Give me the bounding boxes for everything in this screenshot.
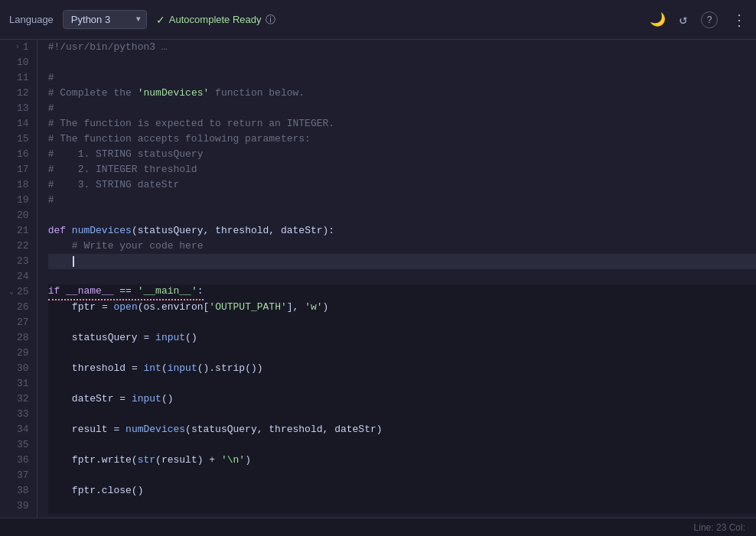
code-line-24 <box>48 269 756 284</box>
code-line-23[interactable] <box>48 254 756 269</box>
code-line-36: fptr.write(str(result) + '\n') <box>48 453 756 468</box>
line-num-14: 14 <box>9 116 29 132</box>
code-line-10 <box>48 55 756 70</box>
code-line-27 <box>48 315 756 330</box>
code-area: › 1 10 11 12 13 14 15 16 17 18 19 20 21 … <box>0 40 756 518</box>
line-numbers: › 1 10 11 12 13 14 15 16 17 18 19 20 21 … <box>0 40 37 518</box>
line-num-35: 35 <box>9 437 29 453</box>
code-line-31 <box>48 376 756 391</box>
code-line-32: dateStr = input() <box>48 391 756 407</box>
line-num-36: 36 <box>9 453 29 468</box>
code-line-12: # Complete the 'numDevices' function bel… <box>48 86 756 101</box>
code-line-21: def numDevices(statusQuery, threshold, d… <box>48 223 756 239</box>
check-icon: ✓ <box>156 14 165 26</box>
code-line-35 <box>48 437 756 453</box>
status-bar: Line: 23 Col: <box>0 518 756 536</box>
line-num-17: 17 <box>9 162 29 177</box>
line-num-13: 13 <box>9 101 29 116</box>
code-line-11: # <box>48 70 756 86</box>
code-line-38: fptr.close() <box>48 483 756 499</box>
code-line-25: if __name__ == '__main__': <box>48 284 756 300</box>
line-num-38: 38 <box>9 483 29 499</box>
line-num-11: 11 <box>9 70 29 86</box>
history-icon[interactable]: ↺ <box>679 11 687 28</box>
language-select-wrapper[interactable]: Python 3 ▼ <box>63 10 147 29</box>
cursor-position: Line: 23 Col: <box>694 522 745 533</box>
code-line-33 <box>48 407 756 422</box>
code-line-39 <box>48 499 756 514</box>
line-num-16: 16 <box>9 147 29 162</box>
help-icon[interactable]: ? <box>701 11 718 28</box>
line-num-23: 23 <box>9 254 29 269</box>
line-num-25: ⌄ 25 <box>9 284 29 300</box>
code-line-26: fptr = open(os.environ['OUTPUT_PATH'], '… <box>48 300 756 315</box>
code-line-15: # The function accepts following paramet… <box>48 132 756 147</box>
line-num-32: 32 <box>9 391 29 407</box>
line-num-22: 22 <box>9 239 29 254</box>
code-line-30: threshold = int(input().strip()) <box>48 361 756 376</box>
code-line-20 <box>48 208 756 223</box>
language-select[interactable]: Python 3 <box>63 10 147 29</box>
line-num-34: 34 <box>9 422 29 437</box>
autocomplete-badge: ✓ Autocomplete Ready ⓘ <box>156 13 275 27</box>
line-num-18: 18 <box>9 177 29 193</box>
line-num-1: › 1 <box>9 40 29 55</box>
line-num-30: 30 <box>9 361 29 376</box>
code-line-17: # 2. INTEGER threshold <box>48 162 756 177</box>
language-label: Language <box>9 14 54 25</box>
info-icon[interactable]: ⓘ <box>266 13 275 27</box>
line-num-37: 37 <box>9 468 29 483</box>
line-num-31: 31 <box>9 376 29 391</box>
code-line-29 <box>48 346 756 361</box>
code-line-22: # Write your code here <box>48 239 756 254</box>
line-num-27: 27 <box>9 315 29 330</box>
line-num-33: 33 <box>9 407 29 422</box>
line-num-20: 20 <box>9 208 29 223</box>
toolbar-right: 🌙 ↺ ? ⋮ <box>650 11 747 29</box>
line-num-12: 12 <box>9 86 29 101</box>
code-line-34: result = numDevices(statusQuery, thresho… <box>48 422 756 437</box>
fold-arrow-25[interactable]: ⌄ <box>9 284 14 300</box>
line-num-24: 24 <box>9 269 29 284</box>
code-line-18: # 3. STRING dateStr <box>48 177 756 193</box>
squiggle-25: if __name__ == '__main__': <box>48 284 204 300</box>
code-line-14: # The function is expected to return an … <box>48 116 756 132</box>
code-line-1: #!/usr/bin/python3 … <box>48 40 756 55</box>
toolbar: Language Python 3 ▼ ✓ Autocomplete Ready… <box>0 0 756 40</box>
code-line-16: # 1. STRING statusQuery <box>48 147 756 162</box>
line-num-28: 28 <box>9 330 29 346</box>
line-num-26: 26 <box>9 300 29 315</box>
more-icon[interactable]: ⋮ <box>732 11 747 29</box>
cursor <box>73 256 74 267</box>
code-content[interactable]: #!/usr/bin/python3 … # # Complete the 'n… <box>37 40 756 518</box>
line-num-15: 15 <box>9 132 29 147</box>
line-num-19: 19 <box>9 193 29 208</box>
code-line-13: # <box>48 101 756 116</box>
code-line-28: statusQuery = input() <box>48 330 756 346</box>
moon-icon[interactable]: 🌙 <box>650 11 666 28</box>
line-num-39: 39 <box>9 499 29 514</box>
line-num-29: 29 <box>9 346 29 361</box>
code-line-37 <box>48 468 756 483</box>
autocomplete-text: Autocomplete Ready <box>169 14 262 25</box>
code-line-19: # <box>48 193 756 208</box>
fold-arrow-1[interactable]: › <box>15 40 20 55</box>
line-num-10: 10 <box>9 55 29 70</box>
line-num-21: 21 <box>9 223 29 239</box>
